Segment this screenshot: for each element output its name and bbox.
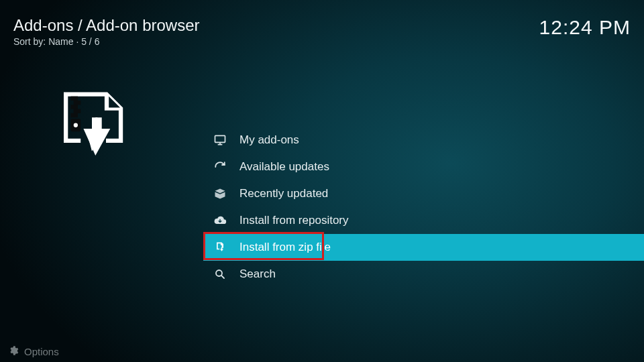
zip-download-icon	[213, 240, 227, 255]
sort-prefix: Sort by:	[13, 36, 46, 47]
breadcrumb: Add-ons / Add-on browser	[13, 16, 200, 35]
menu-item-label: Install from zip file	[239, 241, 331, 254]
menu-item-search[interactable]: Search	[203, 261, 644, 288]
options-button[interactable]: Options	[8, 345, 59, 358]
search-icon	[213, 267, 227, 282]
menu-item-my-addons[interactable]: My add-ons	[203, 127, 644, 154]
menu-item-label: My add-ons	[239, 133, 299, 147]
cloud-download-icon	[213, 213, 227, 228]
sort-value: Name	[48, 36, 73, 47]
menu-item-recently-updated[interactable]: Recently updated	[203, 180, 644, 207]
item-counter: 5 / 6	[81, 36, 99, 47]
svg-rect-0	[71, 97, 78, 101]
menu-item-label: Recently updated	[239, 187, 328, 200]
box-open-icon	[213, 186, 227, 201]
gear-icon	[8, 345, 19, 358]
options-label: Options	[24, 346, 59, 357]
menu-item-label: Search	[239, 267, 276, 281]
menu-item-install-from-zip[interactable]: Install from zip file	[203, 234, 644, 261]
menu-item-label: Install from repository	[239, 214, 349, 227]
zip-download-large-icon	[50, 86, 134, 171]
svg-rect-2	[71, 105, 78, 109]
svg-rect-4	[71, 113, 78, 117]
refresh-icon	[213, 160, 227, 174]
menu-item-install-from-repository[interactable]: Install from repository	[203, 207, 644, 234]
svg-rect-3	[74, 109, 81, 113]
menu-item-label: Available updates	[239, 160, 329, 174]
svg-rect-7	[215, 135, 225, 142]
svg-rect-1	[74, 101, 81, 105]
menu-item-available-updates[interactable]: Available updates	[203, 154, 644, 180]
monitor-icon	[213, 133, 227, 147]
addon-browser-menu: My add-ons Available updates Recently up…	[203, 127, 644, 288]
clock: 12:24 PM	[539, 16, 631, 39]
sort-info: Sort by: Name · 5 / 6	[13, 36, 200, 47]
sort-separator: ·	[76, 36, 81, 47]
svg-point-6	[74, 123, 78, 127]
